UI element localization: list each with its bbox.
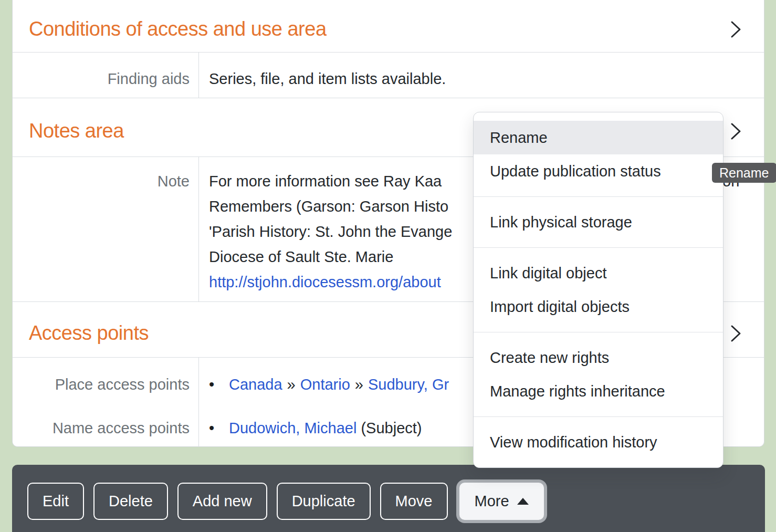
finding-aids-value: Series, file, and item lists available.	[199, 53, 764, 98]
name-access-point-item: •Dudowich, Michael (Subject)	[209, 415, 422, 441]
section-header-conditions-of-access: Conditions of access and use area	[13, 0, 764, 53]
menu-divider	[474, 247, 723, 248]
place-link-city[interactable]: Sudbury, Gr	[368, 376, 449, 393]
menu-divider	[474, 196, 723, 197]
action-bar: Edit Delete Add new Duplicate Move More	[12, 465, 765, 532]
section-title-access-points: Access points	[29, 322, 149, 345]
menu-item-view-modification-history[interactable]: View modification history	[474, 425, 723, 459]
finding-aids-row: Finding aids Series, file, and item list…	[13, 53, 764, 98]
name-access-point-link[interactable]: Dudowich, Michael	[229, 420, 356, 436]
place-access-point-item: •Canada»Ontario»Sudbury, Gr	[209, 372, 449, 397]
rename-tooltip: Rename	[712, 163, 776, 183]
note-url-link[interactable]: http://stjohn.diocesessm.org/about	[209, 274, 441, 290]
place-separator: »	[282, 376, 300, 393]
access-points-labels: Place access points Name access points	[13, 358, 199, 447]
menu-item-manage-rights-inheritance[interactable]: Manage rights inheritance	[474, 374, 723, 408]
duplicate-button[interactable]: Duplicate	[277, 483, 371, 520]
bullet-icon: •	[209, 372, 229, 397]
chevron-right-icon[interactable]	[730, 19, 742, 40]
more-button-label: More	[475, 493, 509, 510]
move-button[interactable]: Move	[380, 483, 448, 520]
menu-item-link-digital-object[interactable]: Link digital object	[474, 256, 723, 290]
section-title-conditions: Conditions of access and use area	[29, 18, 327, 40]
name-access-point-qualifier: (Subject)	[361, 420, 422, 436]
menu-item-rename[interactable]: Rename	[474, 121, 723, 154]
bullet-icon: •	[209, 415, 229, 441]
edit-button[interactable]: Edit	[27, 483, 84, 520]
menu-item-update-publication-status[interactable]: Update publication status	[474, 154, 723, 188]
place-access-points-label: Place access points	[55, 372, 190, 397]
menu-item-create-new-rights[interactable]: Create new rights	[474, 341, 723, 374]
archival-description-page: Conditions of access and use area Findin…	[0, 0, 776, 532]
place-link-country[interactable]: Canada	[229, 376, 282, 393]
menu-item-link-physical-storage[interactable]: Link physical storage	[474, 205, 723, 239]
more-dropdown-menu: Rename Update publication status Link ph…	[473, 112, 723, 468]
note-label: Note	[13, 157, 199, 301]
delete-button[interactable]: Delete	[93, 483, 168, 520]
caret-up-icon	[517, 498, 529, 505]
add-new-button[interactable]: Add new	[177, 483, 267, 520]
name-access-points-label: Name access points	[53, 415, 190, 441]
menu-item-import-digital-objects[interactable]: Import digital objects	[474, 290, 723, 324]
place-link-province[interactable]: Ontario	[300, 376, 350, 393]
more-button[interactable]: More	[459, 483, 544, 520]
place-separator: »	[350, 376, 368, 393]
menu-divider	[474, 416, 723, 417]
menu-divider	[474, 332, 723, 332]
chevron-right-icon[interactable]	[730, 323, 742, 344]
chevron-right-icon[interactable]	[730, 121, 742, 142]
section-title-notes: Notes area	[29, 120, 124, 142]
finding-aids-label: Finding aids	[13, 53, 199, 98]
